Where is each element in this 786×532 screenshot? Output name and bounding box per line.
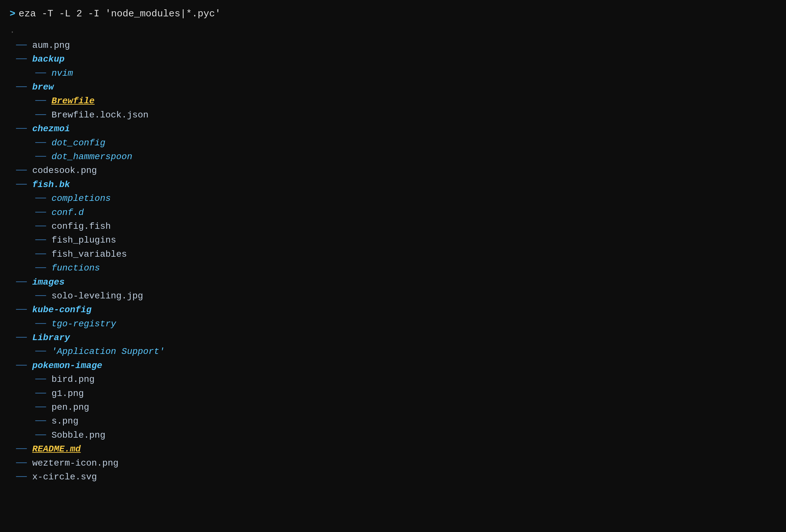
tree-connector: ── xyxy=(9,191,51,205)
file-name: completions xyxy=(51,191,111,205)
file-name: Sobble.png xyxy=(51,429,105,442)
file-name: codesook.png xyxy=(32,164,97,178)
file-name: images xyxy=(32,275,65,289)
file-name: kube-config xyxy=(32,303,91,317)
tree-connector: ── xyxy=(9,442,32,456)
tree-connector: ── xyxy=(9,275,32,289)
file-name: pen.png xyxy=(51,400,89,414)
file-name: Brewfile.lock.json xyxy=(51,108,148,122)
list-item: ── solo-leveling.jpg xyxy=(9,289,777,303)
file-name: solo-leveling.jpg xyxy=(51,289,143,303)
file-name: g1.png xyxy=(51,387,84,400)
tree-connector: ── xyxy=(9,150,51,164)
file-name: nvim xyxy=(51,66,73,80)
file-name: functions xyxy=(51,261,100,275)
tree-connector: ── xyxy=(9,372,51,386)
terminal: > eza -T -L 2 -I 'node_modules|*.pyc' . … xyxy=(9,6,777,484)
tree-connector: ── xyxy=(9,303,32,317)
list-item: ── backup xyxy=(9,52,777,66)
list-item: ── codesook.png xyxy=(9,164,777,178)
list-item: ── conf.d xyxy=(9,206,777,219)
list-item: ── nvim xyxy=(9,66,777,80)
tree-connector: ── xyxy=(9,122,32,136)
list-item: ── brew xyxy=(9,80,777,94)
list-item: ── config.fish xyxy=(9,219,777,233)
file-name: fish_plugins xyxy=(51,233,116,247)
list-item: ── fish_variables xyxy=(9,247,777,261)
list-item: ── bird.png xyxy=(9,372,777,386)
prompt: > xyxy=(9,6,16,22)
tree-connector: ── xyxy=(9,247,51,261)
file-name: x-circle.svg xyxy=(32,470,97,484)
file-tree: ── aum.png── backup── nvim── brew── Brew… xyxy=(9,39,777,484)
file-name: dot_hammerspoon xyxy=(51,150,132,164)
file-name: conf.d xyxy=(51,206,84,219)
list-item: ── fish.bk xyxy=(9,178,777,191)
file-name: tgo-registry xyxy=(51,317,116,331)
file-name: config.fish xyxy=(51,219,111,233)
file-name: README.md xyxy=(32,442,80,456)
file-name: fish_variables xyxy=(51,247,127,261)
tree-connector: ── xyxy=(9,80,32,94)
list-item: ── chezmoi xyxy=(9,122,777,136)
list-item: ── dot_hammerspoon xyxy=(9,150,777,164)
file-name: 'Application Support' xyxy=(51,345,165,358)
list-item: ── README.md xyxy=(9,442,777,456)
list-item: ── functions xyxy=(9,261,777,275)
file-name: aum.png xyxy=(32,39,70,52)
tree-connector: ── xyxy=(9,108,51,122)
file-name: fish.bk xyxy=(32,178,70,191)
list-item: ── tgo-registry xyxy=(9,317,777,331)
file-name: Brewfile xyxy=(51,94,94,108)
tree-connector: ── xyxy=(9,219,51,233)
file-name: pokemon-image xyxy=(32,359,102,372)
file-name: Library xyxy=(32,331,70,345)
list-item: ── Sobble.png xyxy=(9,429,777,442)
file-name: dot_config xyxy=(51,136,105,150)
list-item: ── Brewfile xyxy=(9,94,777,108)
tree-connector: ── xyxy=(9,52,32,66)
list-item: ── dot_config xyxy=(9,136,777,150)
file-name: backup xyxy=(32,52,65,66)
tree-connector: ── xyxy=(9,178,32,191)
command-text: eza -T -L 2 -I 'node_modules|*.pyc' xyxy=(19,6,221,22)
tree-connector: ── xyxy=(9,414,51,428)
tree-connector: ── xyxy=(9,400,51,414)
list-item: ── fish_plugins xyxy=(9,233,777,247)
list-item: ── Library xyxy=(9,331,777,345)
list-item: ── images xyxy=(9,275,777,289)
tree-connector: ── xyxy=(9,345,51,358)
tree-connector: ── xyxy=(9,164,32,178)
tree-connector: ── xyxy=(9,94,51,108)
file-name: wezterm-icon.png xyxy=(32,456,118,470)
list-item: ── completions xyxy=(9,191,777,205)
tree-connector: ── xyxy=(9,233,51,247)
tree-connector: ── xyxy=(9,66,51,80)
list-item: ── 'Application Support' xyxy=(9,345,777,358)
tree-connector: ── xyxy=(9,470,32,484)
tree-connector: ── xyxy=(9,39,32,52)
list-item: ── Brewfile.lock.json xyxy=(9,108,777,122)
list-item: ── pen.png xyxy=(9,400,777,414)
list-item: ── pokemon-image xyxy=(9,359,777,372)
file-name: bird.png xyxy=(51,372,94,386)
tree-connector: ── xyxy=(9,206,51,219)
file-name: chezmoi xyxy=(32,122,70,136)
list-item: ── wezterm-icon.png xyxy=(9,456,777,470)
tree-connector: ── xyxy=(9,429,51,442)
tree-connector: ── xyxy=(9,317,51,331)
command-line: > eza -T -L 2 -I 'node_modules|*.pyc' xyxy=(9,6,777,22)
tree-connector: ── xyxy=(9,331,32,345)
tree-connector: ── xyxy=(9,261,51,275)
tree-connector: ── xyxy=(9,387,51,400)
list-item: ── x-circle.svg xyxy=(9,470,777,484)
dot-indicator: . xyxy=(9,23,777,37)
tree-connector: ── xyxy=(9,136,51,150)
list-item: ── g1.png xyxy=(9,387,777,400)
list-item: ── aum.png xyxy=(9,39,777,52)
file-name: brew xyxy=(32,80,53,94)
tree-connector: ── xyxy=(9,359,32,372)
list-item: ── kube-config xyxy=(9,303,777,317)
tree-connector: ── xyxy=(9,456,32,470)
tree-connector: ── xyxy=(9,289,51,303)
